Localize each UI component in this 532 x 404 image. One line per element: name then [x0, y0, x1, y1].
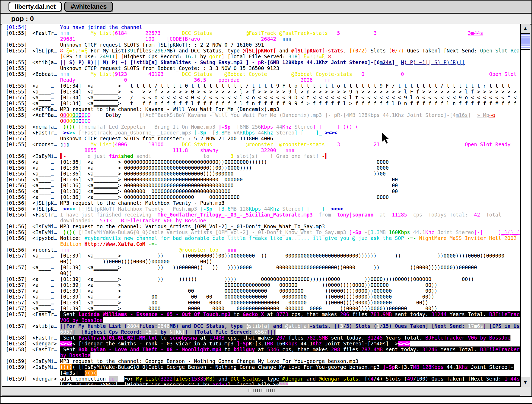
timestamp: [01:56] — [2, 200, 32, 206]
chat-row: [CPS in Use: 24911] [Highest Cps Record:… — [2, 54, 520, 59]
message-text: Unknown CTCP request SLOTS from Bobcat_C… — [60, 65, 520, 71]
nickname — [32, 136, 60, 141]
nickname: <a____… — [32, 177, 60, 182]
message-text: ® ξ=!¡!=ξ For My List(391files:2967MB) a… — [60, 48, 520, 54]
nickname — [32, 36, 60, 42]
chat-row: downloaded: 5713 BJFileTracker V06 by Bo… — [2, 218, 520, 223]
timestamp — [2, 36, 32, 42]
timestamp: [01:58] — [2, 346, 32, 352]
nickname: <Bobcat… — [32, 71, 60, 77]
message-text: [01:34] <a________> t t t t / t t t t 0 … — [60, 83, 520, 89]
message-text: [01:36] <a________> 00000000000000000000… — [60, 182, 520, 188]
chat-row: [01:57]<a____…[01:39] <a________> 000000… — [2, 282, 520, 288]
message-text: [4m3s]_ )()( — [60, 370, 520, 376]
nickname: <ipyxbd… — [32, 235, 60, 241]
scrollbar-thumb[interactable] — [521, 34, 530, 50]
chat-row: 8855 111.8 shawny 32200 ▯▯▯ — [2, 147, 520, 153]
chat-row: [01:56]<a____…[01:36] <a________> 000000… — [2, 194, 520, 200]
message-text: [01:39] <a________> )) )))))) )))) 00000… — [60, 276, 520, 282]
message-text: QQQQQQQQQQ Dolby [!AcE^BackStBoY Kavana_… — [60, 112, 520, 118]
message-text: 29681 100 [CODE]Bravo 26842 ▯▯▯ — [60, 36, 520, 42]
message-text: downloaded: 5713 BJFileTracker V06 by Bo… — [60, 218, 520, 223]
chat-row: QQQQQQQQQQ — [2, 118, 520, 124]
message-text: ><>< [!FastTrack Joan_Osborne_-_Ladder.m… — [60, 130, 520, 136]
message-text: [01:39] <a________> 00 00 00 00000000000… — [60, 294, 520, 300]
scroll-up-button[interactable]: ▲ — [521, 24, 530, 34]
timestamp: [01:55] — [2, 89, 32, 95]
nickname: <a____… — [32, 264, 60, 270]
message-text: || S) P) R)|| M) P) ~) [!stib[a] Skatali… — [60, 59, 520, 65]
timestamp: [01:55] — [2, 30, 32, 36]
message-text: <><>< [!dengar the_smiths_-_rank_-_03_vi… — [60, 341, 520, 346]
chat-row: [01:56]<FastTr…I have just finished rece… — [2, 212, 520, 218]
timestamp: [01:57] — [2, 294, 32, 300]
message-text: ><>< [!]SL|pKNoT[ Matchbox_Twenty_-_Push… — [60, 206, 520, 212]
nickname: <IsEyMi… — [32, 153, 60, 159]
timestamp: [01:54] — [2, 24, 32, 30]
message-text: Unknown CTCP request SLOTS from ]SL|pKNo… — [60, 42, 520, 48]
chat-row: [01:57]<a____…[01:39] <a________> 00 00 … — [2, 294, 520, 300]
nickname: <FastTr… — [32, 346, 60, 352]
timestamp: [01:55] — [2, 95, 32, 100]
timestamp: [01:56] — [2, 165, 32, 171]
nickname: <a____… — [32, 253, 60, 259]
nickname: <FastTr… — [32, 30, 60, 36]
nickname: <a____… — [32, 305, 60, 311]
horizontal-scrollbar-thumb[interactable] — [248, 389, 275, 392]
message-input[interactable] — [1, 397, 532, 403]
chat-log[interactable]: [01:54]You have joined the channel[01:55… — [2, 24, 520, 385]
timestamp — [2, 270, 32, 276]
message-text: ▯▯▯ My List(6184 22573 DCC Status @FastT… — [60, 30, 520, 36]
nickname: <a____… — [32, 194, 60, 200]
nickname — [32, 241, 60, 247]
chat-row: by BossJoe — [2, 352, 520, 358]
tab-channel[interactable]: #whitelanes — [64, 2, 113, 12]
message-text: Edition Http://Www.Xalfa.CoM -=- — [60, 241, 520, 247]
scroll-down-button[interactable]: ▼ — [521, 377, 530, 387]
timestamp — [2, 317, 32, 323]
message-text: Sent Lucinda Williams - Essence - 05 - O… — [60, 311, 520, 317]
message-text: ▯▯▯ My List(9123 40193 DCC Status @Bobca… — [60, 71, 520, 77]
timestamp: [01:55] — [2, 124, 32, 130]
message-text: 8855 111.8 shawny 32200 ▯▯▯ — [60, 147, 520, 153]
timestamp — [2, 218, 32, 223]
message-text: adsl connection ▯▯▯ For My List(3222file… — [60, 376, 520, 382]
vertical-scrollbar[interactable]: ▲ ▼ — [520, 24, 530, 387]
horizontal-scrollbar[interactable] — [2, 386, 520, 395]
timestamp: [01:56] — [2, 223, 32, 229]
chat-row: [01:56]<roonst…▯▯▯ @roonster-top ▯▯▯ — [2, 247, 520, 253]
nickname — [32, 147, 60, 153]
chat-row: [01:56]<IsEyMi… )()( [!IsEyMiYaKe-BuLaG{… — [2, 229, 520, 235]
chat-row: 6057] [Highest Cps Record: 16.1 by N|kk|… — [2, 329, 520, 335]
chat-row: [01:59]<dengar>adsl connection ▯▯▯ For M… — [2, 376, 520, 382]
timestamp: [01:57] — [2, 305, 32, 311]
message-text: MP3 request to the channel: George Benso… — [60, 358, 520, 364]
message-text: ▯▯▯ @roonster-top ▯▯▯ — [60, 247, 520, 253]
chat-row: [01:57]<a____…[01:39] <a________> )) )))… — [2, 276, 520, 282]
tab-server[interactable]: liberty.dal.net — [9, 2, 62, 12]
nickname: <a____… — [32, 100, 60, 106]
chat-row: [01:57]<a____…[01:39] <a________> )) ))0… — [2, 253, 520, 259]
message-text: MP3 request to the channel: Various_Arti… — [60, 223, 520, 229]
nickname — [32, 65, 60, 71]
chat-row: [01:56]<a____…[01:36] <a________> 000000… — [2, 188, 520, 194]
nickname: <dengar> — [32, 341, 60, 346]
chat-row: [01:56]<IsEyMi…MP3 request to the channe… — [2, 223, 520, 229]
message-text: [01:34] <a________> < > > f > > > > > 0 … — [60, 89, 520, 95]
nickname: <a____… — [32, 159, 60, 165]
message-text: [01:39] <a________> )) ))00000000))00))0… — [60, 253, 520, 259]
timestamp: [01:57] — [2, 300, 32, 305]
nickname: <a____… — [32, 171, 60, 177]
nickname: <]SL|pK… — [32, 206, 60, 212]
chat-row: [01:57]<a____…[01:39] <a________> 0000 0… — [2, 305, 520, 311]
timestamp: [01:56] — [2, 194, 32, 200]
timestamp: [01:56] — [2, 182, 32, 188]
timestamp: [01:56] — [2, 229, 32, 235]
timestamp — [2, 382, 32, 385]
chat-row: [01:56]<a____…[01:36] <a________> 000000… — [2, 159, 520, 165]
nickname — [32, 329, 60, 335]
nickname — [32, 218, 60, 223]
nickname: <a____… — [32, 188, 60, 194]
chat-row: [01:57]<stib[a…||For My Humble List (280… — [2, 323, 520, 329]
timestamp: [01:55] — [2, 71, 32, 77]
